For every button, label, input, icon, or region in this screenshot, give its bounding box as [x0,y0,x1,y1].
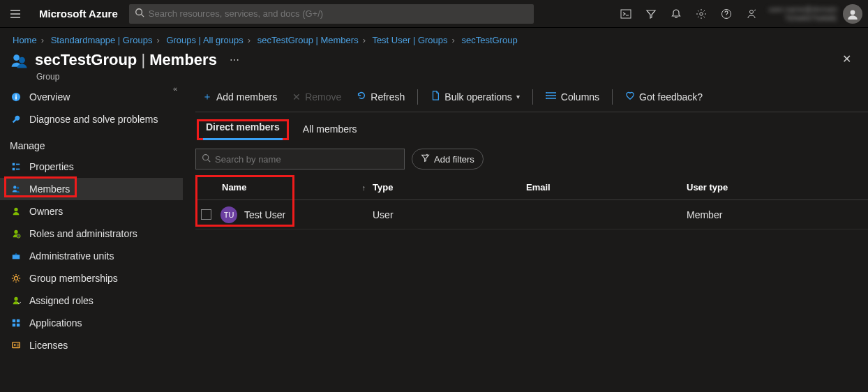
sidebar-item-roles[interactable]: Roles and administrators [0,223,183,245]
svg-point-6 [13,54,20,61]
sidebar-item-applications[interactable]: Applications [0,312,183,334]
feedback-button[interactable]: Got feedback? [618,86,710,107]
account-area[interactable]: user.name@domainTENANTNAME [768,4,862,24]
collapse-sidebar-icon[interactable]: « [173,84,177,93]
search-by-name[interactable] [195,149,405,169]
sidebar-item-owners[interactable]: Owners [0,200,183,223]
svg-rect-10 [15,95,17,96]
sidebar-item-label: Owners [29,206,63,217]
svg-point-15 [13,186,16,188]
x-icon: ✕ [292,91,301,103]
search-icon [135,8,144,20]
sidebar-item-members[interactable]: Members [0,178,183,200]
close-blade-icon[interactable]: ✕ [842,52,851,66]
columns-button[interactable]: Columns [539,86,606,107]
cloud-shell-icon[interactable] [613,0,638,28]
plus-icon: ＋ [202,91,212,103]
svg-rect-12 [13,168,15,171]
svg-point-28 [546,92,547,93]
group-icon [10,51,29,70]
bulk-operations-button[interactable]: Bulk operations ▾ [424,86,527,107]
licenses-icon [10,340,22,350]
sidebar-item-label: Members [29,183,70,195]
sidebar-item-overview[interactable]: Overview [0,86,183,108]
svg-rect-23 [17,319,20,322]
column-header-usertype[interactable]: User type [687,182,868,193]
properties-icon [10,162,22,172]
tab-direct-members[interactable]: Direct members [203,117,283,140]
column-header-type[interactable]: Type [373,182,526,193]
table-row[interactable]: TU Test User User Member [195,200,868,229]
search-icon [202,153,211,165]
sidebar-item-properties[interactable]: Properties [0,156,183,178]
breadcrumb-item[interactable]: Test User | Groups [372,35,447,45]
toolbar-separator [417,89,418,105]
page-title: secTestGroup | Members [35,51,217,69]
sidebar-item-group-memberships[interactable]: Group memberships [0,267,183,289]
breadcrumb-item[interactable]: secTestGroup [462,35,518,45]
wrench-icon [10,114,22,124]
svg-point-7 [19,57,25,63]
help-icon[interactable] [714,0,739,28]
avatar-icon[interactable] [843,4,862,24]
filter-icon [421,153,430,165]
breadcrumb-item[interactable]: Home [13,35,37,45]
add-members-button[interactable]: ＋ Add members [195,86,284,107]
sidebar-item-label: Administrative units [29,250,114,262]
svg-point-31 [203,155,209,160]
feedback-person-icon[interactable] [739,0,764,28]
info-icon [10,92,22,102]
svg-rect-13 [16,164,20,165]
table-header-row: Name ↑ Type Email User type [195,175,868,200]
svg-rect-26 [13,342,20,348]
global-search[interactable] [129,4,534,24]
sidebar-section-manage: Manage [0,130,183,156]
columns-icon [546,91,557,103]
sidebar: « Overview Diagnose and solve problems M… [0,82,183,390]
refresh-button[interactable]: Refresh [350,86,412,107]
row-name: Test User [244,209,285,220]
add-filters-button[interactable]: Add filters [412,149,484,169]
breadcrumb-item[interactable]: Standardmappe | Groups [51,35,153,45]
breadcrumb-item[interactable]: secTestGroup | Members [257,35,359,45]
search-by-name-input[interactable] [215,154,398,165]
svg-rect-9 [15,96,17,99]
breadcrumb-item[interactable]: Groups | All groups [166,35,243,45]
row-checkbox[interactable] [201,209,211,220]
svg-rect-24 [13,324,15,326]
column-header-email[interactable]: Email [526,182,687,193]
top-utility-icons [613,0,764,28]
filter-icon[interactable] [638,0,664,28]
svg-rect-22 [13,319,15,322]
column-header-name[interactable]: Name [222,182,246,193]
settings-gear-icon[interactable] [689,0,714,28]
sidebar-item-admin-units[interactable]: Administrative units [0,245,183,267]
global-search-input[interactable] [149,8,528,19]
svg-point-5 [851,10,855,15]
row-usertype: Member [687,209,868,220]
heart-icon [625,91,635,103]
sidebar-item-label: Group memberships [29,273,118,284]
sidebar-item-label: Properties [29,161,74,172]
remove-button: ✕ Remove [285,86,348,107]
main-panel: ＋ Add members ✕ Remove Refresh Bulk oper… [183,82,868,390]
admin-units-icon [10,251,22,261]
sort-arrow-icon[interactable]: ↑ [362,183,366,192]
filter-row: Add filters [195,149,868,169]
sidebar-item-diagnose[interactable]: Diagnose and solve problems [0,108,183,130]
svg-point-0 [136,9,142,15]
notifications-icon[interactable] [664,0,689,28]
svg-point-30 [546,98,547,99]
content-area: « Overview Diagnose and solve problems M… [0,82,868,390]
user-avatar-icon: TU [220,206,237,223]
sidebar-item-assigned-roles[interactable]: Assigned roles [0,289,183,312]
toolbar-separator [532,89,533,105]
sidebar-item-licenses[interactable]: Licenses [0,334,183,356]
top-bar: Microsoft Azure user.name@domainTENANTNA… [0,0,868,28]
more-actions-icon[interactable]: ⋯ [230,54,241,66]
member-tabs: Direct members All members [195,119,868,140]
hamburger-menu-icon[interactable] [6,8,25,20]
tab-all-members[interactable]: All members [300,119,360,140]
refresh-icon [357,91,366,103]
owners-icon [10,206,22,216]
